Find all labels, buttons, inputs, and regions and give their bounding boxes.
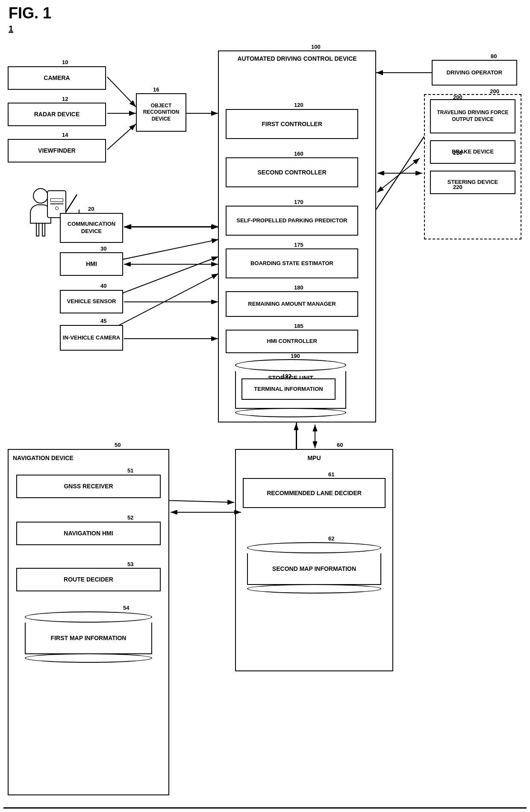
brake-device-box: BRAKE DEVICE [430,140,515,164]
navigation-num: 50 [115,442,121,448]
svg-line-5 [107,124,136,150]
first-controller-num: 120 [294,102,303,108]
svg-line-8 [376,128,430,210]
communication-num: 20 [88,206,94,212]
fig-title: FIG. 1 1 [9,4,51,34]
radar-label: 12 [62,96,68,102]
route-decider-box: ROUTE DECIDER [16,568,161,591]
vehicle-sensor-box: VEHICLE SENSOR [60,290,123,313]
remaining-amount-box: REMAINING AMOUNT MANAGER [226,291,358,317]
nav-hmi-num: 52 [127,514,133,521]
camera-label: 10 [62,59,68,65]
nav-hmi-box: NAVIGATION HMI [16,522,161,545]
viewfinder-box: VIEWFINDER [8,139,106,162]
driving-operator-num: 80 [491,53,497,59]
hmi-controller-num: 185 [294,323,303,329]
recommended-lane-box: RECOMMENDED LANE DECIDER [243,478,386,508]
steering-device-box: STEERING DEVICE [430,171,515,194]
gnss-num: 51 [127,467,133,474]
svg-line-3 [107,77,136,107]
self-propelled-num: 170 [294,199,303,205]
storage-unit-num: 190 [291,353,300,359]
viewfinder-label: 14 [62,132,68,138]
object-recognition-label: 16 [153,86,159,93]
recommended-lane-num: 61 [328,471,334,478]
second-controller-box: SECOND CONTROLLER [226,157,358,187]
boarding-state-box: BOARDING STATE ESTIMATOR [226,248,358,278]
traveling-driving-box: TRAVELING DRIVING FORCE OUTPUT DEVICE [430,99,515,133]
terminal-info-num: 192 [282,373,292,379]
route-decider-num: 53 [127,561,133,567]
right-devices-box: TRAVELING DRIVING FORCE OUTPUT DEVICE 20… [424,94,521,239]
second-map-label: SECOND MAP INFORMATION [272,565,356,572]
object-recognition-box: OBJECT RECOGNITION DEVICE [136,93,186,132]
communication-box: COMMUNICATION DEVICE [60,213,123,243]
radar-box: RADAR DEVICE [8,103,106,126]
gnss-box: GNSS RECEIVER [16,475,161,498]
driving-operator-box: DRIVING OPERATOR [432,60,517,86]
traveling-num: 200 [453,94,462,100]
boarding-state-num: 175 [294,242,303,248]
in-vehicle-camera-box: IN-VEHICLE CAMERA [60,325,123,351]
remaining-amount-num: 180 [294,284,303,291]
mpu-num: 60 [337,442,343,448]
svg-line-9 [376,128,430,210]
first-controller-box: FIRST CONTROLLER [226,109,358,139]
vehicle-sensor-num: 40 [100,283,106,289]
first-map-num: 54 [123,605,129,611]
self-propelled-box: SELF-PROPELLED PARKING PREDICTOR [226,206,358,236]
hmi-controller-box: HMI CONTROLLER [226,330,358,353]
hmi-num: 30 [100,245,106,252]
terminal-info-box: TERMINAL INFORMATION [241,378,336,400]
first-map-label: FIRST MAP INFORMATION [51,635,127,641]
steering-num: 220 [453,184,462,190]
automated-driving-num: 100 [311,44,321,50]
in-vehicle-camera-num: 45 [100,318,106,324]
second-map-num: 62 [328,535,334,542]
second-controller-num: 160 [294,151,303,157]
svg-line-16 [162,500,234,502]
camera-box: CAMERA [8,66,106,90]
brake-num: 210 [453,150,462,156]
svg-line-10 [377,158,420,192]
hmi-box: HMI [60,252,123,276]
